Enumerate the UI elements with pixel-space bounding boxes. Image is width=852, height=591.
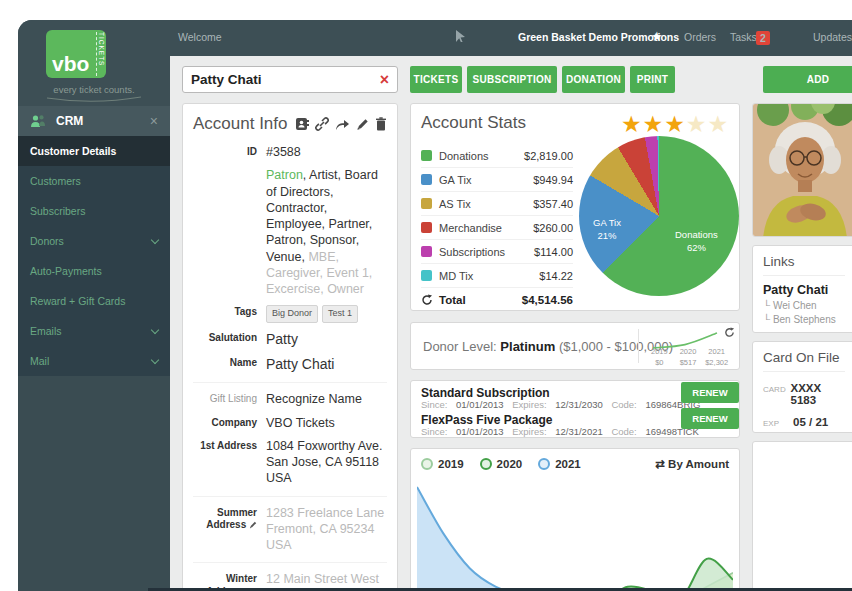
legend-label: Merchandise xyxy=(439,222,533,234)
legend-2020[interactable]: 2020 xyxy=(480,458,523,470)
refresh-icon[interactable] xyxy=(421,294,433,306)
expires-label: Expires: xyxy=(512,399,546,410)
since-label: Since: xyxy=(421,426,447,437)
tree-elbow-icon: └ xyxy=(763,300,770,311)
star-icon[interactable]: ★ xyxy=(643,111,665,137)
card-number-row: CARD XXXX 5183 xyxy=(763,382,845,406)
portrait-image xyxy=(753,104,852,237)
pie-label-text: GA Tix xyxy=(593,216,621,229)
vbo-logo[interactable]: vbo TICKETS xyxy=(46,30,106,78)
pie-label-pct: 62% xyxy=(675,241,718,254)
orders-link[interactable]: Orders xyxy=(684,31,716,43)
tasks-link[interactable]: Tasks xyxy=(730,31,757,43)
links-panel: Links Patty Chati └ Wei Chen └ Ben Steph… xyxy=(752,245,852,333)
customer-photo[interactable] xyxy=(752,103,852,237)
donor-level-label: Donor Level: xyxy=(423,339,497,354)
star-icon[interactable]: ★ xyxy=(686,111,708,137)
total-label: Total xyxy=(439,294,522,306)
chevron-down-icon xyxy=(151,235,159,243)
legend-amount: $357.40 xyxy=(533,198,573,210)
renew-button[interactable]: RENEW xyxy=(681,382,739,403)
legend-year: 2019 xyxy=(438,458,464,470)
edit-icon[interactable] xyxy=(249,521,257,529)
star-icon[interactable]: ★ xyxy=(621,111,643,137)
id-label: ID xyxy=(193,144,257,160)
card-on-file-title: Card On File xyxy=(763,350,845,372)
legend-amount: $949.94 xyxy=(533,174,573,186)
tickets-button[interactable]: TICKETS xyxy=(410,66,462,93)
legend-amount: $260.00 xyxy=(533,222,573,234)
print-button[interactable]: PRINT xyxy=(630,66,675,93)
sidebar-item-customers[interactable]: Customers xyxy=(18,166,170,196)
welcome-label: Welcome xyxy=(178,31,222,43)
refresh-icon[interactable] xyxy=(724,327,735,338)
md-tix-swatch xyxy=(421,270,432,281)
sidebar-item-emails[interactable]: Emails xyxy=(18,316,170,346)
tick-value: $517 xyxy=(680,358,697,367)
updates-link[interactable]: Updates xyxy=(813,31,852,43)
since-label: Since: xyxy=(421,399,447,410)
linked-contact[interactable]: └ Wei Chen xyxy=(763,300,845,311)
donation-button[interactable]: DONATION xyxy=(562,66,625,93)
card-on-file-panel: Card On File CARD XXXX 5183 EXP 05 / 21 xyxy=(752,341,852,433)
donor-level-text: Donor Level: Platinum ($1,000 - $100,000… xyxy=(423,339,673,354)
sidebar-item-label: Auto-Payments xyxy=(30,265,102,277)
legend-2019[interactable]: 2019 xyxy=(421,458,464,470)
subscription-button[interactable]: SUBSCRIPTION xyxy=(467,66,557,93)
clear-search-icon[interactable]: × xyxy=(380,71,389,89)
tag-chip[interactable]: Big Donor xyxy=(266,305,318,323)
sidebar-item-mail[interactable]: Mail xyxy=(18,346,170,376)
link-icon[interactable] xyxy=(315,117,329,131)
activity-area-chart xyxy=(417,477,733,591)
legend-row: AS Tix $357.40 xyxy=(421,192,573,216)
delete-icon[interactable] xyxy=(375,117,387,131)
legend-2021[interactable]: 2021 xyxy=(538,458,581,470)
sidebar-item-label: Mail xyxy=(30,355,49,367)
address-line: 1283 Freelance Lane xyxy=(266,505,387,521)
subscriptions-panel: Standard Subscription Since: 01/01/2013 … xyxy=(410,380,740,438)
star-icon[interactable]: ★ xyxy=(707,111,729,137)
add-button[interactable]: ADD xyxy=(763,66,852,93)
renew-button[interactable]: RENEW xyxy=(681,408,739,429)
sidebar-item-auto-payments[interactable]: Auto-Payments xyxy=(18,256,170,286)
address-line: USA xyxy=(266,470,387,486)
activity-legend: 2019 2020 2021 ⇄ By Amount xyxy=(417,457,733,471)
sidebar-item-donors[interactable]: Donors xyxy=(18,226,170,256)
legend-label: Subscriptions xyxy=(439,246,534,258)
additional-panel xyxy=(752,441,852,591)
search-input[interactable] xyxy=(191,72,380,87)
legend-row: Subscriptions $114.00 xyxy=(421,240,573,264)
legend-row: GA Tix $949.94 xyxy=(421,168,573,192)
sidebar-item-subscribers[interactable]: Subscribers xyxy=(18,196,170,226)
close-icon[interactable]: × xyxy=(150,113,158,129)
linked-primary-contact[interactable]: Patty Chati xyxy=(763,283,845,297)
contact-card-icon[interactable] xyxy=(295,117,309,131)
code-label: Code: xyxy=(611,399,636,410)
pie-label-text: Donations xyxy=(675,228,718,241)
tick-year: 2021 xyxy=(708,347,725,356)
tags-label: Tags xyxy=(193,304,257,323)
address-line: San Jose, CA 95118 xyxy=(266,454,387,470)
tick-value: $0 xyxy=(655,358,663,367)
sidebar-item-reward-gift-cards[interactable]: Reward + Gift Cards xyxy=(18,286,170,316)
expires-label: Expires: xyxy=(512,426,546,437)
linked-contact[interactable]: └ Ben Stephens xyxy=(763,314,845,325)
crm-title: CRM xyxy=(56,114,150,128)
legend-label: MD Tix xyxy=(439,270,539,282)
name-label: Name xyxy=(193,355,257,373)
legend-label: Donations xyxy=(439,150,524,162)
legend-circle-2021 xyxy=(538,458,550,470)
tag-chip[interactable]: Test 1 xyxy=(322,305,358,323)
sidebar-item-label: Subscribers xyxy=(30,205,85,217)
edit-icon[interactable] xyxy=(356,118,369,131)
share-icon[interactable] xyxy=(335,118,350,131)
star-icon[interactable]: ★ xyxy=(664,111,686,137)
tagline: every ticket counts. xyxy=(18,84,170,104)
legend-circle-2020 xyxy=(480,458,492,470)
favorite-star-icon[interactable]: ★ xyxy=(651,29,663,44)
sidebar-item-customer-details[interactable]: Customer Details xyxy=(18,136,170,166)
legend-amount: $2,819.00 xyxy=(524,150,573,162)
customer-search-box: × xyxy=(182,66,398,93)
by-amount-toggle[interactable]: ⇄ By Amount xyxy=(655,457,729,471)
sidebar-item-label: Customer Details xyxy=(30,145,116,157)
